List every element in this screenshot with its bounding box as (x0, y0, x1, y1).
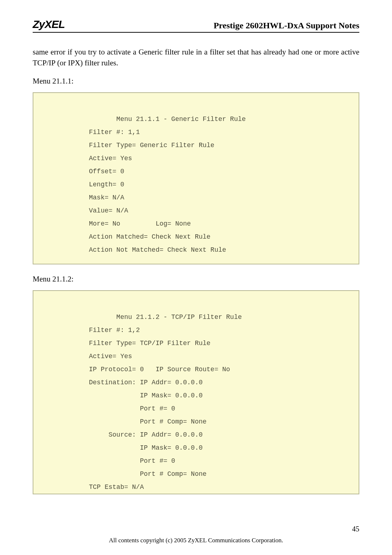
code-line: Filter Type= TCP/IP Filter Rule (89, 340, 211, 347)
code-block-2111: Menu 21.1.1 - Generic Filter Rule Filter… (33, 92, 359, 264)
page-title: Prestige 2602HWL-DxA Support Notes (213, 21, 359, 31)
code-line: Menu 21.1.2 - TCP/IP Filter Rule (89, 313, 242, 321)
code-line: Destination: IP Addr= 0.0.0.0 (89, 379, 203, 386)
code-line: Port #= 0 (89, 405, 175, 412)
code-line: Filter Type= Generic Filter Rule (89, 142, 215, 149)
code-line: TCP Estab= N/A (89, 483, 144, 491)
code-line: IP Protocol= 0 IP Source Route= No (89, 366, 230, 373)
code-line: IP Mask= 0.0.0.0 (89, 392, 203, 399)
code-line: Menu 21.1.1 - Generic Filter Rule (89, 116, 246, 123)
code-block-2112: Menu 21.1.2 - TCP/IP Filter Rule Filter … (33, 290, 359, 494)
code-line: Action Matched= Check Next Rule (89, 233, 211, 240)
code-line: Port #= 0 (89, 457, 175, 465)
caption-menu-2112: Menu 21.1.2: (33, 275, 359, 284)
code-line: Active= Yes (89, 353, 132, 360)
code-line: Mask= N/A (89, 194, 124, 201)
body-paragraph: same error if you try to activate a Gene… (33, 46, 359, 69)
code-line: Offset= 0 (89, 168, 124, 175)
code-line: Filter #: 1,1 (89, 129, 140, 136)
footer-copyright: All contents copyright (c) 2005 ZyXEL Co… (0, 537, 392, 544)
page: ZyXEL Prestige 2602HWL-DxA Support Notes… (0, 0, 392, 555)
code-line: Port # Comp= None (89, 418, 207, 425)
code-line: Filter #: 1,2 (89, 327, 140, 334)
code-line: Active= Yes (89, 155, 132, 162)
header: ZyXEL Prestige 2602HWL-DxA Support Notes (33, 18, 359, 33)
code-line: Source: IP Addr= 0.0.0.0 (89, 431, 203, 438)
code-line: Port # Comp= None (89, 470, 207, 478)
code-line: Action Not Matched= Check Next Rule (89, 246, 226, 254)
logo: ZyXEL (33, 18, 65, 31)
code-line: IP Mask= 0.0.0.0 (89, 444, 203, 451)
code-line: Value= N/A (89, 207, 128, 214)
code-line: Length= 0 (89, 181, 124, 188)
code-line: More= No Log= None (89, 220, 191, 227)
page-number: 45 (352, 525, 359, 533)
caption-menu-2111: Menu 21.1.1: (33, 77, 359, 86)
